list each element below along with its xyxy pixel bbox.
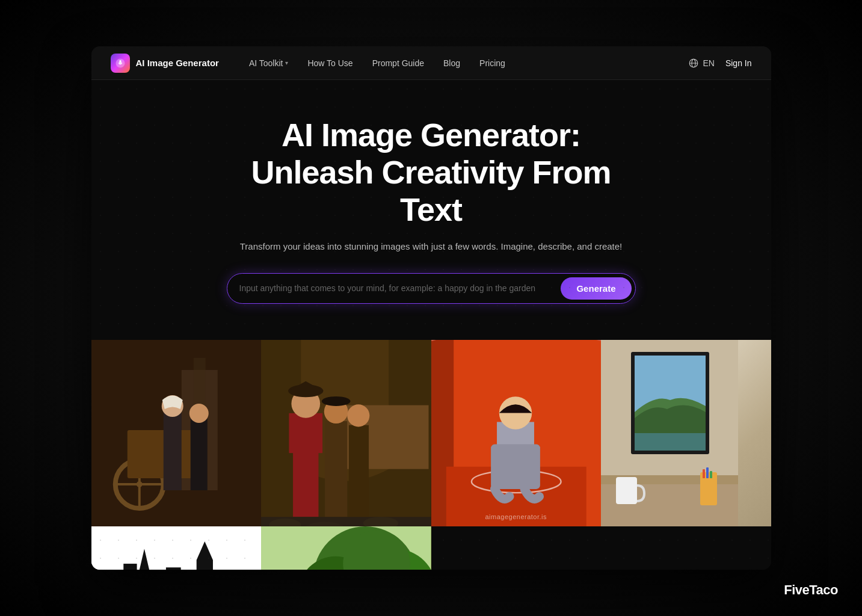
svg-rect-48 [616,477,637,504]
svg-rect-23 [325,421,347,517]
sign-in-button[interactable]: Sign In [725,58,752,68]
globe-icon [688,58,699,69]
nav-item-pricing[interactable]: Pricing [471,55,514,72]
svg-rect-60 [165,567,180,570]
browser-window: AI Image Generator AI Toolkit ▾ How To U… [91,46,771,570]
image-watermark: aimagegenerator.is [485,513,547,520]
svg-rect-45 [635,433,706,451]
svg-rect-62 [196,560,212,570]
nav-right: EN Sign In [688,58,751,69]
prompt-input[interactable] [239,283,561,293]
chevron-down-icon: ▾ [285,60,288,66]
svg-rect-39 [491,444,540,488]
svg-rect-13 [163,412,181,490]
svg-rect-15 [190,418,207,490]
gallery-image-tree-house[interactable] [261,526,431,570]
generate-button[interactable]: Generate [561,277,631,300]
nav-item-blog[interactable]: Blog [435,55,469,72]
svg-rect-52 [710,471,712,478]
nav-item-how-to-use[interactable]: How To Use [299,55,361,72]
gallery-image-medieval-woman[interactable] [91,340,262,526]
hero-title: AI Image Generator:Unleash Creativity Fr… [115,116,747,228]
nav-item-prompt-guide[interactable]: Prompt Guide [364,55,433,72]
nav-links: AI Toolkit ▾ How To Use Prompt Guide Blo… [241,55,689,72]
main-content: AI Image Generator:Unleash Creativity Fr… [91,80,771,570]
svg-point-25 [322,396,351,406]
logo-text: AI Image Generator [136,58,219,68]
language-button[interactable]: EN [688,58,714,69]
hero-subtitle: Transform your ideas into stunning image… [115,240,747,254]
svg-rect-26 [349,425,369,517]
fivetaco-badge: FiveTaco [784,582,838,598]
svg-rect-20 [289,413,322,453]
image-gallery: aimagegenerator.is [91,340,771,570]
gallery-image-pirates[interactable] [261,340,431,526]
nav-item-ai-toolkit[interactable]: AI Toolkit ▾ [241,55,297,72]
prompt-input-container: Generate [227,273,636,304]
svg-rect-53 [91,526,262,570]
svg-rect-51 [706,467,709,478]
gallery-image-cities[interactable]: PERTH MELBOURNE SYDNEY THREE CITIE S [91,526,262,570]
svg-point-16 [189,404,208,423]
svg-rect-56 [123,564,137,570]
gallery-image-orange-room[interactable]: aimagegenerator.is [431,340,602,526]
svg-point-27 [347,404,369,427]
hero-section: AI Image Generator:Unleash Creativity Fr… [91,80,771,328]
svg-rect-50 [703,469,705,478]
logo-icon [111,54,130,73]
navbar: AI Image Generator AI Toolkit ▾ How To U… [91,46,771,80]
gallery-image-framed-art[interactable] [601,340,771,526]
nav-logo[interactable]: AI Image Generator [111,54,219,73]
svg-point-1 [119,60,121,62]
